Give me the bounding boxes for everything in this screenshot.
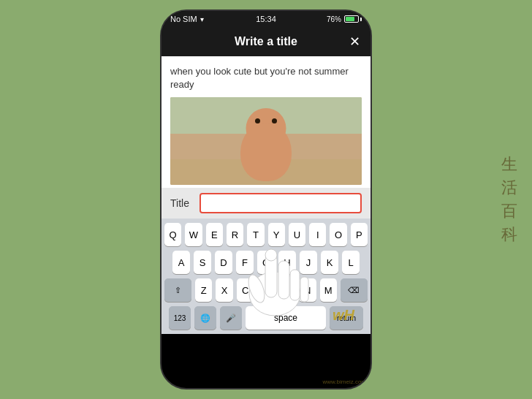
- key-q[interactable]: Q: [164, 223, 181, 246]
- key-y[interactable]: Y: [268, 223, 285, 246]
- zh-char-2: 活: [501, 177, 517, 199]
- zh-char-3: 百: [501, 200, 517, 222]
- status-bar: No SIM ▾ 15:34 76%: [162, 11, 370, 27]
- key-v[interactable]: V: [257, 278, 274, 302]
- carrier-text: No SIM: [170, 15, 197, 23]
- key-x[interactable]: X: [216, 278, 232, 302]
- key-e[interactable]: E: [206, 223, 223, 246]
- emoji-key[interactable]: 🌐: [194, 306, 216, 330]
- status-time: 15:34: [256, 15, 276, 23]
- key-k[interactable]: K: [321, 251, 338, 274]
- status-left: No SIM ▾: [170, 15, 204, 23]
- dialog-title: Write a title: [235, 35, 297, 48]
- zh-char-1: 生: [501, 153, 517, 175]
- title-row: Title: [162, 188, 370, 218]
- meme-text: when you look cute but you're not summer…: [170, 65, 362, 91]
- key-i[interactable]: I: [309, 223, 326, 246]
- phone-frame: No SIM ▾ 15:34 76% Write a title ✕ when …: [160, 10, 372, 390]
- key-g[interactable]: G: [257, 251, 275, 274]
- key-s[interactable]: S: [194, 251, 211, 274]
- wh-watermark: wH: [332, 307, 354, 324]
- title-label: Title: [170, 197, 194, 209]
- content-area: when you look cute but you're not summer…: [162, 56, 370, 188]
- delete-key[interactable]: ⌫: [341, 278, 368, 302]
- mic-key[interactable]: 🎤: [220, 306, 242, 330]
- key-a[interactable]: A: [172, 251, 190, 274]
- meme-image: [170, 97, 362, 185]
- number-key[interactable]: 123: [169, 306, 191, 330]
- key-u[interactable]: U: [289, 223, 305, 246]
- key-f[interactable]: F: [236, 251, 254, 274]
- key-row-3: ⇧ Z X C V B N M ⌫: [164, 278, 368, 302]
- dialog-header: Write a title ✕: [162, 27, 370, 56]
- close-button[interactable]: ✕: [349, 34, 360, 50]
- battery-icon: [344, 15, 362, 23]
- key-p[interactable]: P: [351, 223, 368, 246]
- key-d[interactable]: D: [215, 251, 232, 274]
- key-o[interactable]: O: [330, 223, 346, 246]
- zh-char-4: 科: [501, 224, 517, 246]
- key-l[interactable]: L: [342, 251, 360, 274]
- key-t[interactable]: T: [247, 223, 264, 246]
- key-w[interactable]: W: [185, 223, 202, 246]
- status-right: 76%: [327, 15, 362, 23]
- wifi-icon: ▾: [200, 15, 204, 23]
- key-n[interactable]: N: [299, 278, 316, 302]
- key-b[interactable]: B: [278, 278, 295, 302]
- key-m[interactable]: M: [320, 278, 337, 302]
- key-z[interactable]: Z: [195, 278, 212, 302]
- zh-watermark: 生 活 百 科: [501, 153, 517, 246]
- key-j[interactable]: J: [300, 251, 317, 274]
- bimeiz-watermark: www.bimeiz.com: [322, 379, 366, 385]
- key-c[interactable]: C: [237, 278, 254, 302]
- battery-percent: 76%: [327, 15, 341, 23]
- title-input[interactable]: [200, 193, 362, 213]
- key-r[interactable]: R: [227, 223, 243, 246]
- shift-key[interactable]: ⇧: [164, 278, 191, 302]
- key-row-2: A S D F G H J K L: [164, 251, 368, 274]
- key-row-1: Q W E R T Y U I O P: [164, 223, 368, 246]
- space-key[interactable]: space: [246, 306, 326, 330]
- key-h[interactable]: H: [278, 251, 296, 274]
